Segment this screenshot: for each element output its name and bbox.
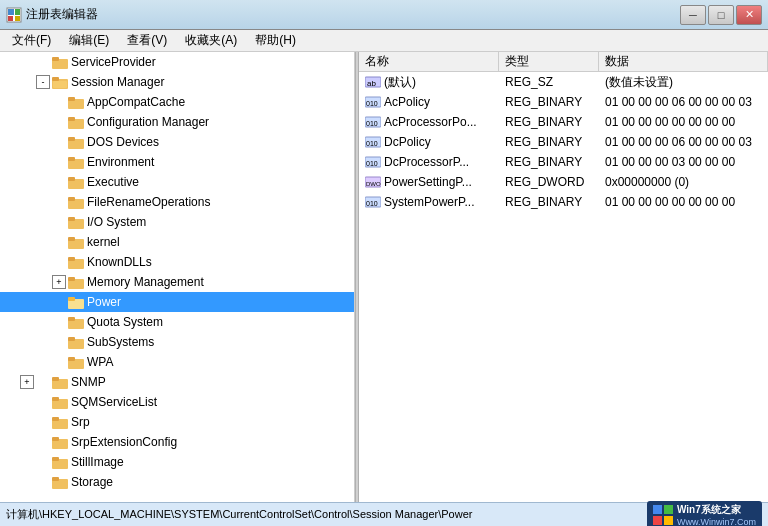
- tree-item-quota[interactable]: Quota System: [0, 312, 354, 332]
- tree-scroll[interactable]: ServiceProvider - Session Manager: [0, 52, 354, 502]
- value-name: (默认): [384, 74, 416, 91]
- tree-item-filerename[interactable]: FileRenameOperations: [0, 192, 354, 212]
- tree-item-memory[interactable]: + Memory Management: [0, 272, 354, 292]
- svg-rect-41: [52, 397, 59, 401]
- value-row[interactable]: 010 AcPolicy REG_BINARY 01 00 00 00 06 0…: [359, 92, 768, 112]
- value-data-cell: (数值未设置): [599, 72, 768, 93]
- svg-rect-66: [653, 516, 662, 525]
- menu-view[interactable]: 查看(V): [119, 30, 175, 51]
- tree-item-label: ServiceProvider: [71, 55, 156, 69]
- menu-file[interactable]: 文件(F): [4, 30, 59, 51]
- folder-selected-icon: [68, 295, 84, 309]
- svg-text:010: 010: [366, 120, 378, 127]
- tree-item-kernel[interactable]: kernel: [0, 232, 354, 252]
- tree-item-storage[interactable]: Storage: [0, 472, 354, 492]
- expand-snmp-btn[interactable]: +: [20, 375, 34, 389]
- minimize-button[interactable]: ─: [680, 5, 706, 25]
- svg-rect-1: [8, 9, 14, 15]
- value-name-cell: 010 AcProcessorPo...: [359, 113, 499, 131]
- value-row[interactable]: 010 AcProcessorPo... REG_BINARY 01 00 00…: [359, 112, 768, 132]
- tree-item-label: Configuration Manager: [87, 115, 209, 129]
- svg-rect-67: [664, 516, 673, 525]
- tree-item-dos[interactable]: DOS Devices: [0, 132, 354, 152]
- menu-help[interactable]: 帮助(H): [247, 30, 304, 51]
- tree-item-label: SNMP: [71, 375, 106, 389]
- tree-item-srp[interactable]: Srp: [0, 412, 354, 432]
- svg-text:DWORD: DWORD: [366, 181, 381, 187]
- svg-rect-21: [68, 197, 75, 201]
- col-header-name[interactable]: 名称: [359, 52, 499, 71]
- value-row[interactable]: 010 SystemPowerP... REG_BINARY 01 00 00 …: [359, 192, 768, 212]
- value-data-cell: 01 00 00 00 00 00 00 00: [599, 113, 768, 131]
- value-name-cell: DWORD PowerSettingP...: [359, 173, 499, 191]
- expand-memory-btn[interactable]: +: [52, 275, 66, 289]
- value-name: DcPolicy: [384, 135, 431, 149]
- col-header-data[interactable]: 数据: [599, 52, 768, 71]
- svg-rect-4: [15, 16, 20, 21]
- values-panel: 名称 类型 数据 ab (默认) REG_SZ (数值未设置): [359, 52, 768, 502]
- menu-edit[interactable]: 编辑(E): [61, 30, 117, 51]
- value-row[interactable]: DWORD PowerSettingP... REG_DWORD 0x00000…: [359, 172, 768, 192]
- values-header: 名称 类型 数据: [359, 52, 768, 72]
- col-header-type[interactable]: 类型: [499, 52, 599, 71]
- tree-item-snmp[interactable]: + SNMP: [0, 372, 354, 392]
- close-button[interactable]: ✕: [736, 5, 762, 25]
- value-data-cell: 0x00000000 (0): [599, 173, 768, 191]
- value-name-cell: 010 DcProcessorP...: [359, 153, 499, 171]
- tree-item-io[interactable]: I/O System: [0, 212, 354, 232]
- folder-icon: [68, 195, 84, 209]
- folder-icon: [68, 235, 84, 249]
- folder-icon: [52, 395, 68, 409]
- value-type-cell: REG_SZ: [499, 73, 599, 91]
- folder-icon: [68, 115, 84, 129]
- tree-item-stillimage[interactable]: StillImage: [0, 452, 354, 472]
- tree-item-subsystems[interactable]: SubSystems: [0, 332, 354, 352]
- value-row[interactable]: 010 DcPolicy REG_BINARY 01 00 00 00 06 0…: [359, 132, 768, 152]
- tree-item-session-manager[interactable]: - Session Manager: [0, 72, 354, 92]
- binary-icon: 010: [365, 135, 381, 149]
- folder-icon: [52, 55, 68, 69]
- value-type-cell: REG_BINARY: [499, 93, 599, 111]
- tree-item-sqm[interactable]: SQMServiceList: [0, 392, 354, 412]
- value-row[interactable]: 010 DcProcessorP... REG_BINARY 01 00 00 …: [359, 152, 768, 172]
- tree-item-label: StillImage: [71, 455, 124, 469]
- value-row[interactable]: ab (默认) REG_SZ (数值未设置): [359, 72, 768, 92]
- tree-item-appcompat[interactable]: AppCompatCache: [0, 92, 354, 112]
- svg-rect-64: [653, 505, 662, 514]
- tree-item-power[interactable]: Power: [0, 292, 354, 312]
- tree-item-label: Storage: [71, 475, 113, 489]
- svg-rect-35: [68, 337, 75, 341]
- tree-item-environment[interactable]: Environment: [0, 152, 354, 172]
- tree-item-label: Memory Management: [87, 275, 204, 289]
- svg-text:010: 010: [366, 160, 378, 167]
- folder-icon: [52, 435, 68, 449]
- svg-rect-8: [52, 77, 59, 81]
- ab-icon: ab: [365, 75, 381, 89]
- svg-rect-27: [68, 257, 75, 261]
- status-bar: 计算机\HKEY_LOCAL_MACHINE\SYSTEM\CurrentCon…: [0, 502, 768, 526]
- maximize-button[interactable]: □: [708, 5, 734, 25]
- tree-item-srpext[interactable]: SrpExtensionConfig: [0, 432, 354, 452]
- window-title: 注册表编辑器: [26, 6, 680, 23]
- expand-btn[interactable]: -: [36, 75, 50, 89]
- svg-rect-45: [52, 437, 59, 441]
- svg-text:010: 010: [366, 100, 378, 107]
- svg-rect-3: [8, 16, 13, 21]
- tree-item-label: KnownDLLs: [87, 255, 152, 269]
- tree-item-knowndlls[interactable]: KnownDLLs: [0, 252, 354, 272]
- tree-item-executive[interactable]: Executive: [0, 172, 354, 192]
- svg-rect-31: [68, 297, 75, 301]
- binary-icon: 010: [365, 155, 381, 169]
- tree-item-serviceprovider[interactable]: ServiceProvider: [0, 52, 354, 72]
- value-name: PowerSettingP...: [384, 175, 472, 189]
- svg-text:010: 010: [366, 200, 378, 207]
- tree-item-label: Environment: [87, 155, 154, 169]
- value-name-cell: ab (默认): [359, 72, 499, 93]
- tree-item-wpa[interactable]: WPA: [0, 352, 354, 372]
- tree-panel: ServiceProvider - Session Manager: [0, 52, 355, 502]
- tree-item-config[interactable]: Configuration Manager: [0, 112, 354, 132]
- menu-favorites[interactable]: 收藏夹(A): [177, 30, 245, 51]
- tree-item-label: WPA: [87, 355, 113, 369]
- values-list: ab (默认) REG_SZ (数值未设置) 010 AcPolicy: [359, 72, 768, 502]
- dword-icon: DWORD: [365, 175, 381, 189]
